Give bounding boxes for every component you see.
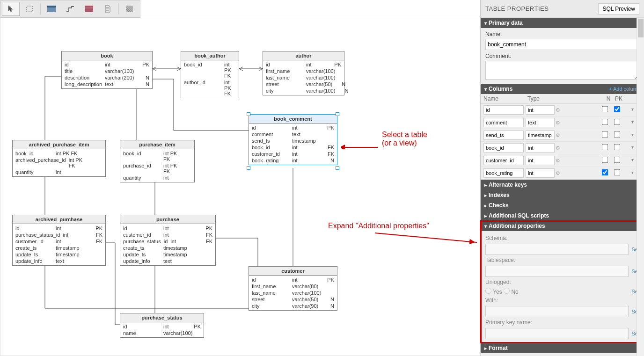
gear-icon[interactable]: ⚙ [556, 145, 560, 151]
table-book-comment[interactable]: book_comment idintPKcommenttextsend_tsti… [249, 114, 337, 165]
additional-properties-body: Schema: Set Tablespace: Set Unlogged: Ye… [481, 231, 644, 343]
col-type-input[interactable] [526, 131, 555, 140]
col-name-input[interactable] [483, 118, 524, 127]
reorder-icon[interactable]: ▾ [631, 145, 634, 151]
reorder-icon[interactable]: ▾ [631, 132, 634, 138]
name-input[interactable] [485, 39, 639, 50]
pk-name-input[interactable] [485, 328, 629, 339]
column-row: purchase_idint PK FK [120, 162, 194, 174]
gear-icon[interactable]: ⚙ [556, 107, 560, 113]
section-additional-properties[interactable]: ▾Additional properties [481, 221, 644, 231]
table-book-author[interactable]: book_author book_idint PK FKauthor_idint… [181, 51, 239, 98]
col-nullable-checkbox[interactable] [601, 169, 608, 176]
col-pk-checkbox[interactable] [614, 106, 620, 113]
gear-icon[interactable]: ⚙ [556, 120, 560, 126]
col-name-input[interactable] [483, 131, 524, 140]
reorder-icon[interactable]: ▾ [631, 107, 634, 113]
reorder-icon[interactable]: ▾ [631, 170, 634, 176]
tool-relation[interactable] [61, 2, 79, 16]
col-type-input[interactable] [526, 118, 555, 127]
column-row: book_idintFK [249, 144, 337, 151]
col-name-input[interactable] [483, 168, 524, 178]
section-primary-data[interactable]: ▾Primary data [481, 18, 644, 28]
section-additional-sql[interactable]: ▸Additional SQL scripts [481, 211, 644, 221]
table-archived-purchase-item[interactable]: archived_purchase_item book_idint PK FKa… [12, 140, 106, 177]
table-author[interactable]: author idintPKfirst_namevarchar(100)last… [263, 51, 344, 95]
col-nullable-checkbox[interactable] [601, 144, 608, 151]
sidebar-scrollbar[interactable] [637, 18, 644, 356]
svg-line-11 [375, 233, 477, 242]
col-pk-checkbox[interactable] [614, 131, 620, 138]
add-column-link[interactable]: + Add column [609, 86, 640, 92]
table-purchase-status[interactable]: purchase_status idintPKnamevarchar(100) [120, 313, 204, 338]
col-nullable-checkbox[interactable] [601, 119, 608, 125]
column-row: last_namevarchar(100) [249, 290, 337, 296]
selection-handle[interactable] [336, 166, 339, 170]
section-alternate-keys[interactable]: ▸Alternate keys [481, 180, 644, 190]
sql-preview-button[interactable]: SQL Preview [598, 3, 639, 15]
col-pk-checkbox[interactable] [614, 144, 620, 151]
table-title: author [263, 51, 344, 60]
no-label: No [511, 289, 518, 295]
reorder-icon[interactable]: ▾ [631, 119, 634, 126]
selection-handle[interactable] [247, 112, 250, 116]
section-format[interactable]: ▸Format [481, 343, 644, 353]
col-type-input[interactable] [526, 168, 555, 178]
gear-icon[interactable]: ⚙ [556, 158, 560, 164]
column-row: book_idint PK FK [120, 150, 194, 162]
tool-note[interactable] [99, 2, 117, 16]
reorder-icon[interactable]: ▾ [631, 157, 634, 164]
separator [118, 3, 119, 15]
scrollbar-thumb[interactable] [638, 19, 644, 37]
gear-icon[interactable]: ⚙ [556, 170, 560, 176]
table-book[interactable]: book idintPKtitlevarchar(100)description… [61, 51, 153, 89]
col-name-input[interactable] [483, 156, 524, 165]
selection-handle[interactable] [247, 166, 250, 170]
tool-pointer[interactable] [2, 2, 20, 16]
col-name-input[interactable] [483, 143, 524, 153]
column-row: book_ratingintN [249, 157, 337, 164]
table-archived-purchase[interactable]: archived_purchase idintPKpurchase_status… [12, 215, 106, 266]
col-pk-checkbox[interactable] [614, 119, 620, 125]
column-row: ⚙ ▾✕ [481, 167, 644, 180]
unlogged-no-radio[interactable] [504, 288, 510, 294]
section-checks[interactable]: ▸Checks [481, 200, 644, 211]
table-columns: idintPKcommenttextsend_tstimestampbook_i… [249, 124, 337, 165]
tool-view[interactable] [80, 2, 98, 16]
gear-icon[interactable]: ⚙ [556, 132, 560, 138]
comment-textarea[interactable] [485, 61, 639, 80]
annotation-text: Select a table [382, 131, 427, 139]
sidebar-header: TABLE PROPERTIES SQL Preview [481, 0, 644, 18]
table-purchase[interactable]: purchase idintPKcustomer_idintFKpurchase… [120, 215, 216, 266]
col-name-input[interactable] [483, 105, 524, 115]
section-title: Format [489, 345, 508, 351]
table-columns: idintPKpurchase_status_idintFKcustomer_i… [13, 224, 105, 265]
tool-area[interactable] [121, 2, 139, 16]
table-columns: idintPKfirst_namevarchar(100)last_nameva… [263, 60, 344, 95]
table-purchase-item[interactable]: purchase_item book_idint PK FKpurchase_i… [120, 140, 195, 182]
col-type-input[interactable] [526, 156, 555, 165]
section-title: Checks [489, 202, 509, 209]
column-row: idintPK [263, 61, 344, 68]
table-customer[interactable]: customer idintPKfirst_namevarchar(80)las… [249, 266, 337, 311]
col-nullable-checkbox[interactable] [601, 106, 608, 113]
section-columns[interactable]: ▾Columns + Add column [481, 84, 644, 94]
col-pk-checkbox[interactable] [614, 169, 620, 176]
col-nullable-checkbox[interactable] [601, 157, 608, 163]
with-input[interactable] [485, 306, 629, 317]
unlogged-yes-radio[interactable] [485, 288, 491, 294]
col-nullable-checkbox[interactable] [601, 131, 608, 138]
chevron-right-icon: ▸ [484, 203, 487, 208]
column-row: idintPK [120, 225, 215, 232]
diagram-canvas[interactable]: book idintPKtitlevarchar(100)description… [0, 18, 480, 356]
col-pk-checkbox[interactable] [614, 157, 620, 163]
col-type-input[interactable] [526, 143, 555, 153]
schema-input[interactable] [485, 244, 629, 255]
tablespace-input[interactable] [485, 266, 629, 277]
tool-table[interactable] [43, 2, 60, 16]
table-title: purchase [120, 215, 215, 224]
col-type-input[interactable] [526, 105, 555, 115]
selection-handle[interactable] [336, 112, 339, 116]
tool-marquee[interactable] [21, 2, 38, 16]
section-indexes[interactable]: ▸Indexes [481, 190, 644, 200]
